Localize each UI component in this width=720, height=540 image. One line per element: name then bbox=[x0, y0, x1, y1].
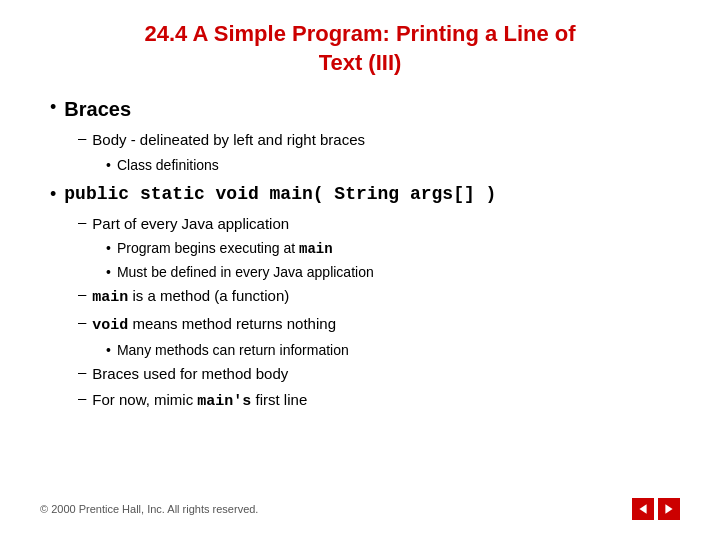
class-definitions-item: • Class definitions bbox=[106, 155, 680, 176]
dash-sym-2: – bbox=[78, 213, 86, 230]
mimic-main-text: For now, mimic main's first line bbox=[92, 389, 307, 414]
slide: 24.4 A Simple Program: Printing a Line o… bbox=[0, 0, 720, 540]
bullet-main: • public static void main( String args[]… bbox=[50, 182, 680, 207]
prev-button[interactable] bbox=[632, 498, 654, 520]
main-dash2: – main is a method (a function) bbox=[78, 285, 680, 310]
nav-buttons[interactable] bbox=[632, 498, 680, 520]
class-definitions-text: Class definitions bbox=[117, 155, 219, 176]
dot-bullet-4: • bbox=[106, 340, 111, 361]
dash-sym-4: – bbox=[78, 313, 86, 330]
slide-footer: © 2000 Prentice Hall, Inc. All rights re… bbox=[40, 490, 680, 520]
dot-bullet-1: • bbox=[106, 155, 111, 176]
main-dash5: – For now, mimic main's first line bbox=[78, 389, 680, 414]
dash-sym-6: – bbox=[78, 389, 86, 406]
many-methods-text: Many methods can return information bbox=[117, 340, 349, 361]
program-begins-item: • Program begins executing at main bbox=[106, 238, 680, 260]
dash-sym-1: – bbox=[78, 129, 86, 146]
prev-icon bbox=[637, 503, 649, 515]
main-sub-sub1: • Program begins executing at main • Mus… bbox=[106, 238, 680, 283]
bullet-main-text: public static void main( String args[] ) bbox=[64, 182, 496, 207]
main-dash4: – Braces used for method body bbox=[78, 363, 680, 386]
program-begins-text: Program begins executing at main bbox=[117, 238, 333, 260]
braces-dash1-text: Body - delineated by left and right brac… bbox=[92, 129, 365, 152]
main-code-2: main bbox=[92, 289, 128, 306]
dot-bullet-3: • bbox=[106, 262, 111, 283]
slide-content: • Braces – Body - delineated by left and… bbox=[40, 95, 680, 490]
void-code: void bbox=[92, 317, 128, 334]
bullet-dot-1: • bbox=[50, 95, 56, 120]
svg-marker-0 bbox=[639, 504, 646, 514]
bullet-dot-2: • bbox=[50, 182, 56, 207]
void-means-text: void means method returns nothing bbox=[92, 313, 336, 338]
void-sub-sub: • Many methods can return information bbox=[106, 340, 680, 361]
main-is-method-text: main is a method (a function) bbox=[92, 285, 289, 310]
must-be-defined-text: Must be defined in every Java applicatio… bbox=[117, 262, 374, 283]
main-dash1-text: Part of every Java application bbox=[92, 213, 289, 236]
main-dash3: – void means method returns nothing bbox=[78, 313, 680, 338]
dash-sym-5: – bbox=[78, 363, 86, 380]
braces-subitems: – Body - delineated by left and right br… bbox=[78, 129, 680, 176]
next-button[interactable] bbox=[658, 498, 680, 520]
braces-dash1: – Body - delineated by left and right br… bbox=[78, 129, 680, 152]
many-methods-item: • Many methods can return information bbox=[106, 340, 680, 361]
main-subitems: – Part of every Java application • Progr… bbox=[78, 213, 680, 414]
dash-sym-3: – bbox=[78, 285, 86, 302]
braces-method-text: Braces used for method body bbox=[92, 363, 288, 386]
svg-marker-1 bbox=[665, 504, 672, 514]
braces-sub-sub: • Class definitions bbox=[106, 155, 680, 176]
main-dash1: – Part of every Java application bbox=[78, 213, 680, 236]
slide-title: 24.4 A Simple Program: Printing a Line o… bbox=[40, 20, 680, 77]
dot-bullet-2: • bbox=[106, 238, 111, 259]
copyright-text: © 2000 Prentice Hall, Inc. All rights re… bbox=[40, 503, 258, 515]
must-be-defined-item: • Must be defined in every Java applicat… bbox=[106, 262, 680, 283]
main-code-1: main bbox=[299, 241, 333, 257]
bullet-braces: • Braces bbox=[50, 95, 680, 123]
bullet-braces-text: Braces bbox=[64, 95, 131, 123]
mains-code: main's bbox=[197, 393, 251, 410]
next-icon bbox=[663, 503, 675, 515]
